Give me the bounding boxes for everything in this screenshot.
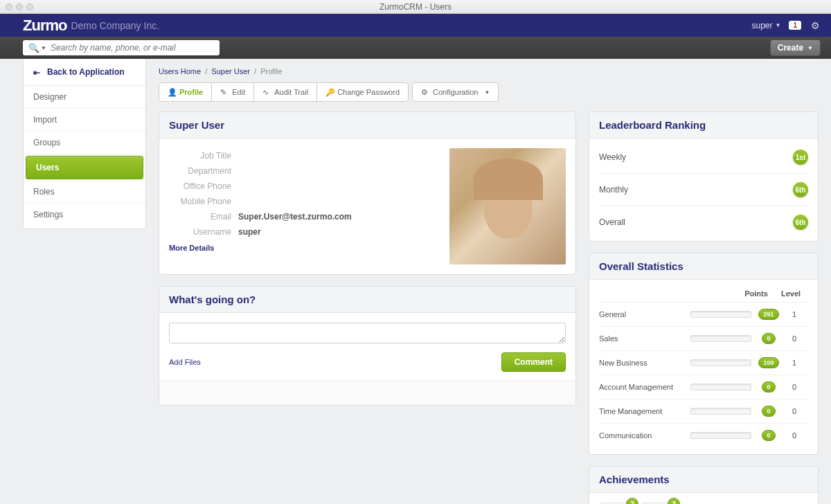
stats-panel: Overall Statistics Points Level General … xyxy=(589,253,819,455)
add-files-link[interactable]: Add Files xyxy=(169,358,201,366)
points-pill: 0 xyxy=(762,430,775,441)
rank-label: Overall xyxy=(599,217,625,227)
progress-bar xyxy=(690,408,751,415)
caret-down-icon: ▼ xyxy=(807,45,813,51)
rank-badge: 1st xyxy=(793,150,808,165)
points-pill: 0 xyxy=(762,406,775,417)
progress-bar xyxy=(690,335,751,342)
app-logo[interactable]: Zurmo xyxy=(23,17,66,35)
audit-icon: ∿ xyxy=(262,88,271,96)
email-label: Email xyxy=(169,212,231,222)
more-details-link[interactable]: More Details xyxy=(169,244,436,252)
comment-button[interactable]: Comment xyxy=(501,352,566,372)
breadcrumb-super-user[interactable]: Super User xyxy=(211,67,250,75)
tab-edit[interactable]: ✎ Edit xyxy=(211,82,254,102)
top-nav: Zurmo Demo Company Inc. super ▼ 1 ⚙ xyxy=(0,14,831,37)
person-icon: 👤 xyxy=(168,88,176,96)
points-pill: 0 xyxy=(762,333,775,344)
stat-row: Sales 0 0 xyxy=(599,327,808,351)
stat-row: New Business 100 1 xyxy=(599,351,808,375)
sidebar-item-users[interactable]: Users xyxy=(26,156,143,179)
profile-panel: Super User Job Title Department xyxy=(159,111,576,275)
level-value: 0 xyxy=(780,334,808,343)
feed-footer xyxy=(159,380,575,405)
points-pill: 100 xyxy=(758,357,778,368)
email-value: Super.User@test.zurmo.com xyxy=(238,212,352,222)
activity-feed-panel: What's going on? Add Files Comment xyxy=(159,286,576,406)
user-avatar xyxy=(449,148,566,264)
sidebar-item-settings[interactable]: Settings xyxy=(24,204,145,226)
progress-bar xyxy=(690,311,751,318)
stats-header-row: Points Level xyxy=(599,282,808,303)
progress-bar xyxy=(690,359,751,366)
caret-down-icon: ▼ xyxy=(484,89,490,96)
sidebar-item-designer[interactable]: Designer xyxy=(24,86,145,109)
achievements-title: Achievements xyxy=(589,467,818,493)
gear-icon[interactable]: ⚙ xyxy=(810,20,821,31)
user-menu-label: super xyxy=(751,21,772,30)
breadcrumb-current: Profile xyxy=(260,67,282,75)
create-button-label: Create xyxy=(778,43,803,53)
level-value: 0 xyxy=(780,431,808,440)
rank-badge: 6th xyxy=(793,182,808,197)
gear-icon: ⚙ xyxy=(421,88,429,96)
tab-audit-trail[interactable]: ∿ Audit Trail xyxy=(253,82,317,102)
rank-badge: 6th xyxy=(793,215,808,230)
create-button[interactable]: Create ▼ xyxy=(770,39,821,56)
back-label: Back to Application xyxy=(47,67,125,77)
key-icon: 🔑 xyxy=(325,88,334,96)
back-to-application-link[interactable]: ⇤ Back to Application xyxy=(24,59,145,86)
points-pill: 0 xyxy=(762,381,775,393)
tab-configuration[interactable]: ⚙ Configuration ▼ xyxy=(412,82,499,102)
rank-label: Weekly xyxy=(599,152,626,162)
level-value: 0 xyxy=(780,407,808,415)
office-phone-label: Office Phone xyxy=(169,181,231,191)
stats-title: Overall Statistics xyxy=(589,253,818,280)
window-titlebar: ZurmoCRM - Users xyxy=(0,0,831,14)
username-label: Username xyxy=(169,227,231,237)
back-icon: ⇤ xyxy=(33,68,42,76)
job-title-label: Job Title xyxy=(169,151,231,161)
sidebar-item-groups[interactable]: Groups xyxy=(24,132,145,154)
tab-profile[interactable]: 👤 Profile xyxy=(159,82,212,102)
pencil-icon: ✎ xyxy=(220,88,229,96)
username-value: super xyxy=(238,227,261,237)
leaderboard-panel: Leaderboard Ranking Weekly 1st Monthly 6… xyxy=(589,111,819,242)
rank-label: Monthly xyxy=(599,185,628,195)
search-toolbar: 🔍 ▼ Create ▼ xyxy=(0,37,831,59)
mobile-phone-label: Mobile Phone xyxy=(169,197,231,206)
achievement-count-badge: 2 xyxy=(626,498,638,504)
level-value: 0 xyxy=(780,383,808,391)
department-label: Department xyxy=(169,166,231,176)
user-tabs: 👤 Profile ✎ Edit ∿ Audit Trail 🔑 Change … xyxy=(159,82,819,102)
tab-change-password[interactable]: 🔑 Change Password xyxy=(316,82,409,102)
level-header: Level xyxy=(774,289,808,298)
rank-row-weekly: Weekly 1st xyxy=(599,141,808,174)
search-wrap[interactable]: 🔍 ▼ xyxy=(23,40,220,55)
achievement-count-badge: 3 xyxy=(668,498,680,504)
stat-row: Communication 0 0 xyxy=(599,424,808,447)
window-controls[interactable] xyxy=(6,3,33,10)
admin-sidebar: ⇤ Back to Application Designer Import Gr… xyxy=(23,59,146,229)
feed-textarea[interactable] xyxy=(169,323,566,343)
company-name: Demo Company Inc. xyxy=(71,20,159,31)
window-title: ZurmoCRM - Users xyxy=(379,2,452,12)
sidebar-item-roles[interactable]: Roles xyxy=(24,181,145,204)
points-header: Points xyxy=(739,289,774,298)
level-value: 1 xyxy=(780,359,808,367)
stat-row: Time Management 0 0 xyxy=(599,399,808,424)
notification-badge[interactable]: 1 xyxy=(789,21,801,30)
level-value: 1 xyxy=(780,310,808,318)
rank-row-monthly: Monthly 6th xyxy=(599,174,808,206)
breadcrumb-users-home[interactable]: Users Home xyxy=(159,67,201,75)
progress-bar xyxy=(690,384,751,390)
stat-row: General 291 1 xyxy=(599,303,808,327)
points-pill: 291 xyxy=(758,309,778,320)
sidebar-item-import[interactable]: Import xyxy=(24,109,145,132)
search-icon: 🔍 xyxy=(28,43,39,53)
breadcrumb: Users Home / Super User / Profile xyxy=(159,67,819,75)
user-menu[interactable]: super ▼ xyxy=(751,21,780,30)
search-dropdown-caret-icon[interactable]: ▼ xyxy=(41,45,46,51)
search-input[interactable] xyxy=(51,43,214,53)
stat-row: Account Management 0 0 xyxy=(599,375,808,399)
